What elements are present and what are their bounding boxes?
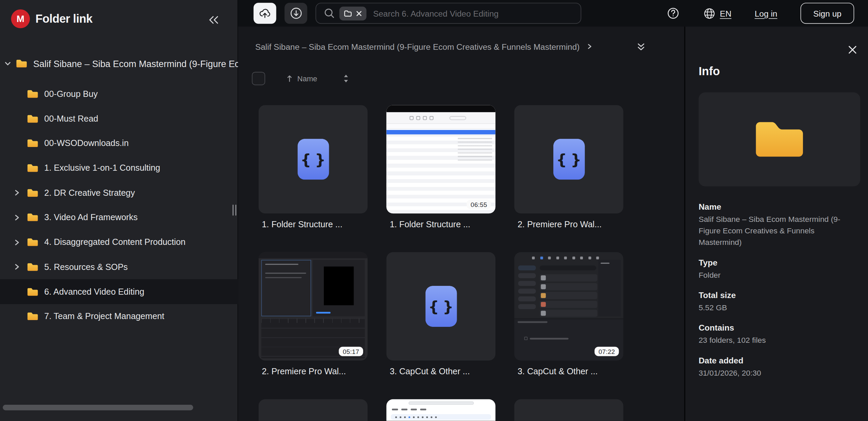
file-tile[interactable]: {} [387, 252, 496, 360]
breadcrumb-folder-link[interactable]: Salif Sibane – Siba Ecom Mastermind (9-F… [255, 42, 580, 51]
collapse-sidebar-button[interactable] [207, 13, 220, 26]
folder-tree: Salif Sibane – Siba Ecom Mastermind (9-F… [0, 51, 238, 329]
sort-direction-toggle[interactable] [343, 73, 350, 83]
tree-item-label: 3. Video Ad Frameworks [44, 213, 138, 223]
topbar: EN Log in Sign up [238, 0, 868, 26]
file-browser: Salif Sibane – Siba Ecom Mastermind (9-F… [238, 26, 684, 421]
list-controls: Name [252, 71, 349, 86]
tree-item-label: 2. DR Creative Strategy [44, 188, 135, 198]
tree-item[interactable]: 4. Disaggregated Content Production [0, 230, 238, 255]
thumb-category-buttons [518, 266, 536, 309]
file-tile[interactable] [387, 399, 496, 421]
file-tile[interactable]: 07:22 [514, 252, 624, 360]
upload-button[interactable] [254, 3, 276, 24]
double-chevron-left-icon [208, 16, 219, 24]
file-name: 3. CapCut & Other ... [514, 366, 624, 376]
tree-item[interactable]: 5. Resources & SOPs [0, 255, 238, 279]
tree-item-selected[interactable]: 6. Advanced Video Editing [0, 279, 238, 304]
file-tile[interactable]: {} [258, 105, 368, 213]
info-panel-title: Info [698, 65, 859, 78]
tree-item-label: 6. Advanced Video Editing [44, 287, 144, 297]
file-cell: {} 2. Premiere Pro Wal... [514, 105, 624, 252]
file-name: 2. Premiere Pro Wal... [258, 366, 368, 376]
file-name: 2. Premiere Pro Wal... [514, 219, 624, 229]
file-tile[interactable]: 06:55 [387, 105, 496, 213]
tree-item[interactable]: 1. Exclusive 1-on-1 Consulting [0, 156, 238, 181]
field-label: Name [698, 202, 859, 211]
thumb-audio-list [540, 274, 597, 317]
arrow-up-icon [286, 75, 293, 82]
download-button[interactable] [284, 3, 307, 24]
chevron-right-icon[interactable] [14, 189, 26, 196]
tree-item[interactable]: 7. Team & Project Management [0, 304, 238, 329]
thumb-program-monitor [324, 267, 354, 305]
file-cell: 05:17 2. Premiere Pro Wal... [258, 252, 368, 399]
chevron-down-icon[interactable] [4, 62, 16, 66]
field-label: Type [698, 258, 859, 267]
tree-item-label: 00-WSODownloads.in [44, 139, 129, 148]
circle-download-icon [289, 7, 302, 20]
sidebar-horizontal-scrollbar[interactable] [3, 404, 193, 410]
thumb-tab-icons [532, 257, 599, 259]
search-bar[interactable] [316, 3, 581, 24]
file-tile[interactable]: 05:17 [258, 252, 368, 360]
expand-header-button[interactable] [632, 41, 650, 53]
chevron-right-icon[interactable] [14, 239, 26, 246]
field-value: Folder [698, 269, 859, 281]
select-all-checkbox[interactable] [252, 72, 265, 85]
folder-icon [26, 312, 39, 321]
tree-item[interactable]: 00-Must Read [0, 106, 238, 131]
language-selector[interactable]: EN [703, 7, 731, 20]
close-info-button[interactable] [846, 43, 859, 56]
field-value: Salif Sibane – Siba Ecom Mastermind (9-F… [698, 213, 859, 248]
login-link[interactable]: Log in [755, 8, 777, 18]
language-label: EN [720, 8, 731, 18]
folder-icon [26, 262, 39, 272]
tree-item-label: 00-Must Read [44, 114, 98, 124]
help-icon[interactable] [667, 7, 680, 20]
info-panel: Info Name Salif Sibane – Siba Ecom Maste… [684, 26, 868, 421]
thumb-list-header [387, 124, 496, 129]
tree-item-root[interactable]: Salif Sibane – Siba Ecom Mastermind (9-F… [0, 51, 238, 76]
tree-item-label: 5. Resources & SOPs [44, 262, 128, 272]
thumb-format-toolbar [391, 414, 491, 420]
sidebar-resize-handle[interactable] [232, 204, 236, 217]
file-cell: 07:22 3. CapCut & Other ... [514, 252, 624, 399]
sidebar: M Folder link Salif Sibane – Siba Ecom M… [0, 0, 238, 421]
remove-scope-icon[interactable] [356, 10, 362, 16]
folder-icon [26, 139, 39, 148]
tree-item-label: 7. Team & Project Management [44, 312, 164, 321]
file-cell: {} 1. Folder Structure ... [258, 105, 368, 252]
chevron-right-icon [587, 43, 592, 50]
file-cell: 06:55 1. Folder Structure ... [387, 105, 496, 252]
file-name: 1. Folder Structure ... [387, 219, 496, 229]
info-field-contains: Contains 23 folders, 102 files [698, 323, 859, 346]
braces-glyph: {} [553, 139, 585, 180]
folder-icon [26, 287, 39, 297]
file-tile[interactable]: {} [514, 105, 624, 213]
file-grid: {} 1. Folder Structure ... 06:55 1. Fold… [258, 105, 627, 421]
folder-icon [26, 213, 39, 223]
braces-glyph: {} [425, 286, 457, 327]
thumb-player-panel [598, 260, 620, 316]
tree-item[interactable]: 3. Video Ad Frameworks [0, 205, 238, 230]
tree-item[interactable]: 00-WSODownloads.in [0, 131, 238, 156]
folder-icon [26, 188, 39, 198]
tree-item[interactable]: 2. DR Creative Strategy [0, 181, 238, 205]
thumb-menu-row [392, 409, 426, 411]
search-scope-chip[interactable] [339, 6, 367, 20]
thumb-url-bar [408, 401, 474, 405]
search-icon [324, 8, 335, 19]
search-input[interactable] [372, 8, 575, 19]
field-value: 5.52 GB [698, 302, 859, 313]
file-tile[interactable] [514, 399, 624, 421]
chevron-right-icon[interactable] [14, 264, 26, 271]
tree-item[interactable]: 00-Group Buy [0, 82, 238, 106]
signup-button[interactable]: Sign up [801, 3, 854, 24]
sort-by-control[interactable]: Name [286, 75, 317, 83]
chevron-right-icon[interactable] [14, 214, 26, 221]
sort-field-label: Name [297, 75, 317, 83]
file-tile[interactable] [258, 399, 368, 421]
mega-logo-icon[interactable]: M [11, 9, 30, 28]
info-field-type: Type Folder [698, 258, 859, 281]
